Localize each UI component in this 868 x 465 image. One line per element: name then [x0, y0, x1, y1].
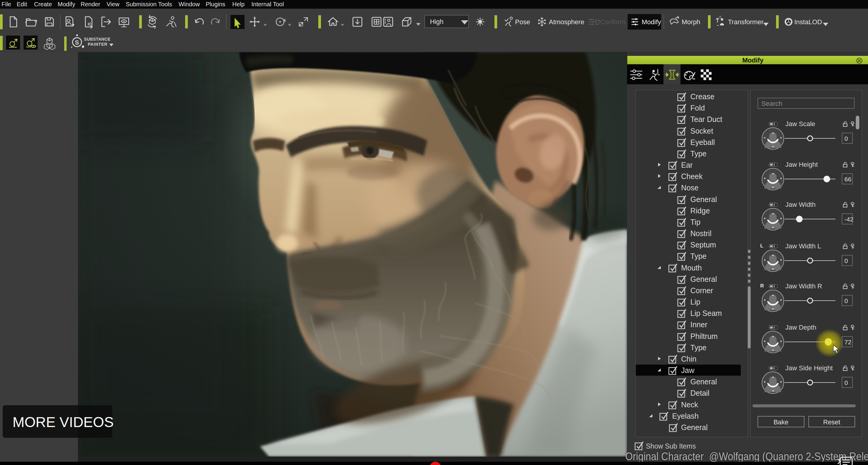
- svg-text:Transformer: Transformer: [728, 18, 764, 26]
- svg-text:IC: IC: [88, 22, 91, 26]
- svg-text:S: S: [75, 39, 79, 46]
- svg-text:Morph: Morph: [682, 18, 700, 26]
- svg-text:Conform: Conform: [600, 18, 625, 26]
- svg-text:0: 0: [719, 16, 721, 19]
- svg-text:PAINTER: PAINTER: [88, 42, 107, 47]
- svg-text:Pose: Pose: [515, 18, 530, 26]
- svg-text:High: High: [430, 18, 443, 25]
- svg-text:SUBSTANCE: SUBSTANCE: [84, 37, 111, 41]
- svg-text:InstaLOD: InstaLOD: [794, 18, 822, 26]
- svg-text:Modify: Modify: [642, 18, 661, 26]
- svg-text:Atmosphere: Atmosphere: [549, 18, 584, 26]
